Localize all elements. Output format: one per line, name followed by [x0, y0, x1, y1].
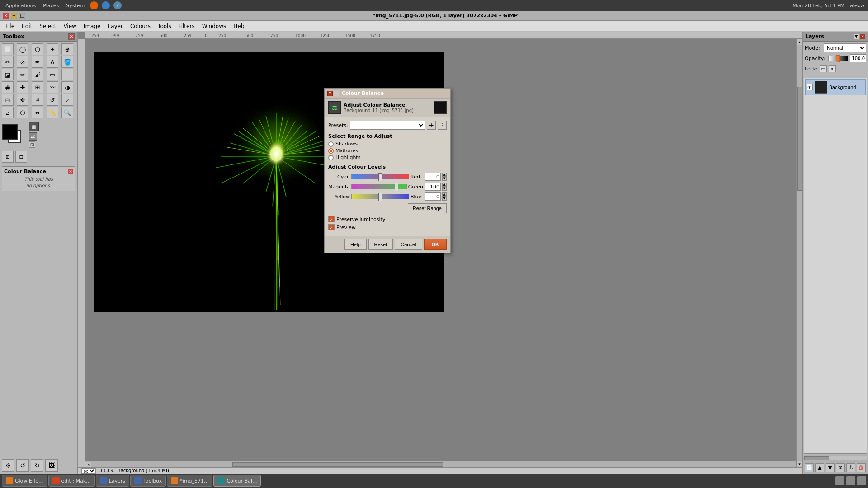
v-scroll-track[interactable] [797, 45, 802, 461]
h-scroll-thumb[interactable] [232, 462, 444, 467]
swap-colors-icon[interactable]: ⇄ [29, 132, 37, 141]
tool-paintbrush[interactable]: 🖌 [32, 69, 43, 80]
tool-text[interactable]: A [47, 56, 58, 68]
opacity-slider[interactable] [828, 56, 848, 61]
h-scroll-left[interactable]: ◂ [85, 462, 91, 467]
unit-select[interactable]: px [81, 468, 96, 474]
layers-scrollbar[interactable] [803, 455, 868, 461]
layers-scroll-track[interactable] [804, 456, 867, 460]
default-colors-icon[interactable]: ◱ [29, 141, 35, 148]
presets-dropdown[interactable] [350, 121, 425, 130]
tool-eraser[interactable]: ▭ [47, 69, 58, 80]
help-icon[interactable]: ? [113, 1, 122, 9]
tool-pencil[interactable]: ✏ [17, 69, 28, 80]
config-button[interactable]: ⚙ [2, 459, 14, 472]
tool-move[interactable]: ✥ [17, 94, 28, 106]
tool-airbrush[interactable]: ⋯ [61, 69, 73, 80]
cyan-red-up[interactable]: ▲ [442, 173, 447, 177]
layer-delete-btn[interactable]: 🗑 [857, 463, 866, 472]
tool-scissors[interactable]: ✂ [2, 56, 14, 68]
preview-checkbox[interactable]: ✓ [328, 224, 335, 230]
mode-dropdown[interactable]: Normal [824, 43, 866, 52]
v-scrollbar[interactable]: ▴ ▾ [796, 39, 802, 467]
yellow-blue-down[interactable]: ▼ [442, 197, 447, 201]
magenta-green-slider-thumb[interactable] [395, 183, 398, 191]
taskbar-notif-2[interactable] [846, 476, 855, 485]
radio-shadows-input[interactable] [328, 141, 334, 147]
menu-tools[interactable]: Tools [154, 22, 175, 30]
h-scrollbar[interactable]: ◂ ▸ [85, 461, 802, 467]
toolbox-close-button[interactable]: ✕ [68, 33, 75, 40]
presets-menu-btn[interactable]: ⋮ [438, 121, 447, 130]
tool-measure[interactable]: 📏 [47, 107, 58, 118]
layer-item-background[interactable]: 👁 Background [805, 79, 866, 95]
menu-colours[interactable]: Colours [127, 22, 154, 30]
tool-clone[interactable]: ⊞ [32, 81, 43, 93]
menu-edit[interactable]: Edit [18, 22, 36, 30]
menu-windows[interactable]: Windows [198, 22, 230, 30]
radio-midtones-input[interactable] [328, 148, 334, 154]
layer-lower-btn[interactable]: ▼ [826, 463, 835, 472]
taskbar-item-toolbox[interactable]: Toolbox [130, 475, 166, 487]
dialog-close-btn[interactable]: ✕ [327, 91, 333, 96]
firefox-icon[interactable] [90, 1, 98, 9]
tool-align[interactable]: ⊟ [2, 94, 14, 106]
foreground-color[interactable] [2, 124, 18, 140]
menu-layer[interactable]: Layer [104, 22, 126, 30]
yellow-blue-slider-thumb[interactable] [378, 193, 382, 201]
help-button[interactable]: Help [344, 239, 367, 250]
cyan-red-slider-thumb[interactable] [378, 173, 382, 181]
magenta-green-down[interactable]: ▼ [442, 187, 447, 191]
menu-select[interactable]: Select [36, 22, 60, 30]
yellow-blue-up[interactable]: ▲ [442, 192, 447, 197]
tool-heal[interactable]: ✚ [17, 81, 28, 93]
magenta-green-up[interactable]: ▲ [442, 183, 447, 187]
tool-ellipse-select[interactable]: ◯ [17, 43, 28, 55]
tool-free-select[interactable]: ⬡ [32, 43, 43, 55]
tool-bucket-fill[interactable]: 🪣 [61, 56, 73, 68]
undo-button[interactable]: ↺ [16, 459, 29, 472]
tool-path[interactable]: ✒ [32, 56, 43, 68]
tool-perspective[interactable]: ⬡ [17, 107, 28, 118]
tool-by-color[interactable]: ⊕ [61, 43, 73, 55]
taskbar-notif-3[interactable] [857, 476, 866, 485]
menu-file[interactable]: File [2, 22, 18, 30]
lock-alpha-btn[interactable]: ▭ [820, 65, 827, 72]
taskbar-notif-1[interactable] [835, 476, 844, 485]
taskbar-item-layers[interactable]: Layers [96, 475, 129, 487]
tool-shear[interactable]: ⊿ [2, 107, 14, 118]
tool-dodge-burn[interactable]: ◑ [61, 81, 73, 93]
taskbar-item-edit[interactable]: edit : Mak... [48, 475, 95, 487]
maximize-button[interactable]: □ [19, 13, 25, 19]
tool-flip[interactable]: ⇔ [32, 107, 43, 118]
menu-image[interactable]: Image [80, 22, 104, 30]
taskbar-item-glow[interactable]: Glow Effe... [2, 475, 47, 487]
layers-close-btn[interactable]: ✕ [860, 34, 865, 39]
system-menu[interactable]: System [64, 3, 86, 9]
preserve-luminosity-checkbox[interactable]: ✓ [328, 216, 335, 222]
v-scroll-thumb[interactable] [797, 87, 802, 191]
tool-ink[interactable]: ◉ [2, 81, 14, 93]
reset-range-button[interactable]: Reset Range [408, 203, 447, 213]
thunderbird-icon[interactable] [102, 1, 110, 9]
close-button[interactable]: ✕ [3, 13, 9, 19]
tool-preset-1[interactable]: ⊞ [2, 151, 14, 163]
h-scroll-track[interactable] [91, 461, 796, 467]
redo-button[interactable]: ↻ [31, 459, 43, 472]
tool-scale[interactable]: ⤢ [61, 94, 73, 106]
tool-rect-select[interactable]: ⬜ [2, 43, 14, 55]
layer-raise-btn[interactable]: ▲ [815, 463, 824, 472]
places-menu[interactable]: Places [41, 3, 61, 9]
presets-add-btn[interactable]: + [427, 121, 436, 130]
ok-button[interactable]: OK [424, 239, 447, 250]
tool-zoom[interactable]: 🔍 [61, 107, 73, 118]
tool-fuzzy-select[interactable]: ✦ [47, 43, 58, 55]
v-scroll-down[interactable]: ▾ [797, 461, 802, 467]
dialog-min-btn[interactable] [334, 91, 339, 96]
layer-new-btn[interactable]: 📄 [805, 463, 814, 472]
applications-menu[interactable]: Applications [4, 3, 38, 9]
tool-foreground-select[interactable]: ⊘ [17, 56, 28, 68]
menu-help[interactable]: Help [230, 22, 249, 30]
v-scroll-up[interactable]: ▴ [797, 39, 802, 45]
magenta-green-slider-track[interactable] [351, 184, 407, 189]
